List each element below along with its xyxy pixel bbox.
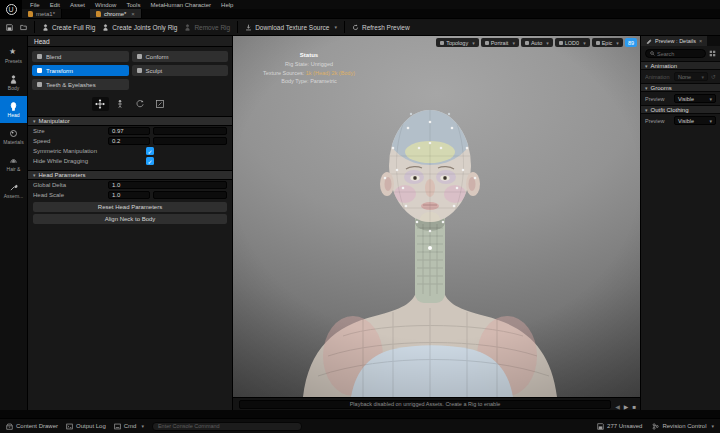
outfit-preview-dropdown[interactable]: Visible (674, 116, 716, 125)
speed-slider[interactable] (153, 137, 227, 145)
mode-blend-button[interactable]: Blend (32, 51, 129, 62)
animation-dropdown[interactable]: None (674, 72, 708, 81)
toolbar-separator (344, 21, 345, 33)
menu-asset[interactable]: Asset (70, 2, 85, 8)
lod-dropdown[interactable]: LOD0 (555, 38, 590, 47)
details-search-row (641, 46, 720, 61)
tab-chrome[interactable]: chrome* (90, 9, 142, 18)
status-bar-right: 277 Unsaved Revision Control (597, 423, 714, 430)
reset-to-default-icon[interactable] (711, 73, 716, 80)
move-icon (95, 99, 105, 109)
reset-head-parameters-button[interactable]: Reset Head Parameters (33, 202, 227, 212)
hide-while-dragging-checkbox[interactable] (146, 157, 154, 165)
quality-label: Epic (602, 40, 613, 46)
animation-section-header[interactable]: ▾ Animation (641, 61, 720, 70)
output-log-button[interactable]: Output Log (66, 423, 106, 430)
tab-meta1[interactable]: meta1* (22, 9, 62, 18)
content-drawer-button[interactable]: Content Drawer (6, 423, 58, 430)
console-command-input-wrap[interactable] (152, 422, 302, 431)
mode-teeth-eyelashes-button[interactable]: Teeth & Eyelashes (32, 79, 129, 90)
create-joints-only-rig-button[interactable]: Create Joints Only Rig (102, 24, 177, 31)
viewport[interactable]: Topology Portrait Auto LOD0 Epic 89 Stat… (233, 36, 640, 410)
rail-item-body[interactable]: Body (0, 69, 27, 96)
mode-label: Sculpt (146, 68, 163, 74)
auto-label: Auto (531, 40, 542, 46)
mode-conform-button[interactable]: Conform (132, 51, 229, 62)
speed-value-field[interactable]: 0.2 (108, 137, 150, 145)
topology-dropdown[interactable]: Topology (436, 38, 479, 47)
skeleton-tool-button[interactable] (112, 97, 129, 111)
manipulator-section-header[interactable]: Manipulator (28, 116, 232, 126)
head-mode-grid: Blend Conform Transform Sculpt Teeth & E… (28, 47, 232, 94)
menu-window[interactable]: Window (95, 2, 116, 8)
head-parameters-section-header[interactable]: Head Parameters (28, 170, 232, 180)
rail-label: Materials (3, 139, 23, 145)
size-slider[interactable] (153, 127, 227, 135)
unsaved-button[interactable]: 277 Unsaved (597, 423, 642, 430)
rail-item-head[interactable]: Head (0, 96, 27, 123)
remove-rig-button[interactable]: Remove Rig (184, 24, 230, 31)
outfit-preview-row: Preview Visible (641, 114, 720, 127)
rail-item-presets[interactable]: ★ Presets (0, 42, 27, 69)
cmd-dropdown[interactable]: Cmd (114, 423, 144, 430)
menu-metahuman-character[interactable]: MetaHuman Character (150, 2, 211, 8)
speed-row: Speed 0.2 (28, 136, 232, 146)
symmetric-manipulation-checkbox[interactable] (146, 147, 154, 155)
grooms-section-header[interactable]: ▾ Grooms (641, 83, 720, 92)
head-panel-title: Head (28, 36, 232, 47)
create-full-rig-button[interactable]: Create Full Rig (42, 24, 95, 31)
close-icon[interactable] (129, 11, 135, 17)
mode-transform-button[interactable]: Transform (32, 65, 129, 76)
menu-help[interactable]: Help (221, 2, 233, 8)
search-input[interactable] (657, 51, 701, 57)
section-title: Manipulator (39, 118, 70, 124)
content-drawer-label: Content Drawer (16, 423, 58, 429)
align-neck-to-body-button[interactable]: Align Neck to Body (33, 214, 227, 224)
hair-icon (9, 156, 18, 165)
outfit-clothing-section-header[interactable]: ▾ Outfit Clothing (641, 105, 720, 114)
menu-edit[interactable]: Edit (50, 2, 60, 8)
rail-item-hair[interactable]: Hair & (0, 150, 27, 177)
quality-dropdown[interactable]: Epic (592, 38, 623, 47)
refresh-preview-button[interactable]: Refresh Preview (352, 24, 410, 31)
console-command-input[interactable] (158, 423, 296, 429)
lod-icon (559, 41, 563, 45)
rail-item-assembly[interactable]: Assem... (0, 177, 27, 204)
global-delta-row: Global Delta 1.0 (28, 180, 232, 190)
cmd-label: Cmd (124, 423, 137, 429)
lod-label: LOD0 (565, 40, 579, 46)
symmetric-manipulation-row: Symmetric Manipulation (28, 146, 232, 156)
menu-tools[interactable]: Tools (126, 2, 140, 8)
hide-while-dragging-row: Hide While Dragging (28, 156, 232, 166)
collapse-arrow-icon: ▾ (645, 85, 648, 91)
mode-sculpt-button[interactable]: Sculpt (132, 65, 229, 76)
tab-preview-details[interactable]: Preview : Details (641, 36, 707, 46)
rail-item-materials[interactable]: Materials (0, 123, 27, 150)
download-texture-source-button[interactable]: Download Texture Source (245, 24, 337, 31)
head-scale-field[interactable]: 1.0 (108, 191, 150, 199)
browse-asset-icon[interactable] (20, 24, 27, 31)
grooms-preview-dropdown[interactable]: Visible (674, 94, 716, 103)
menu-file[interactable]: File (30, 2, 40, 8)
move-tool-button[interactable] (92, 97, 109, 111)
save-icon[interactable] (6, 24, 13, 31)
global-delta-field[interactable]: 1.0 (108, 181, 227, 189)
camera-auto-dropdown[interactable]: Auto (521, 38, 553, 47)
search-input-wrap[interactable] (645, 49, 706, 58)
mode-label: Blend (46, 54, 61, 60)
size-value-field[interactable]: 0.97 (108, 127, 150, 135)
settings-grid-icon[interactable] (709, 50, 716, 57)
revision-control-dropdown[interactable]: Revision Control (652, 423, 714, 430)
tab-label: Preview : Details (655, 38, 696, 44)
animation-row: Animation None (641, 70, 720, 83)
portrait-dropdown[interactable]: Portrait (481, 38, 519, 47)
close-icon[interactable] (699, 38, 702, 44)
viewport-canvas[interactable]: Topology Portrait Auto LOD0 Epic 89 Stat… (233, 36, 640, 397)
rotate-tool-button[interactable] (132, 97, 149, 111)
scale-tool-button[interactable] (152, 97, 169, 111)
portrait-label: Portrait (491, 40, 509, 46)
outfit-preview-value: Visible (678, 118, 694, 124)
head-scale-slider[interactable] (153, 191, 227, 199)
grooms-preview-value: Visible (678, 96, 694, 102)
editor-section-rail: ★ Presets Body Head Materials Hair & Ass… (0, 36, 28, 410)
